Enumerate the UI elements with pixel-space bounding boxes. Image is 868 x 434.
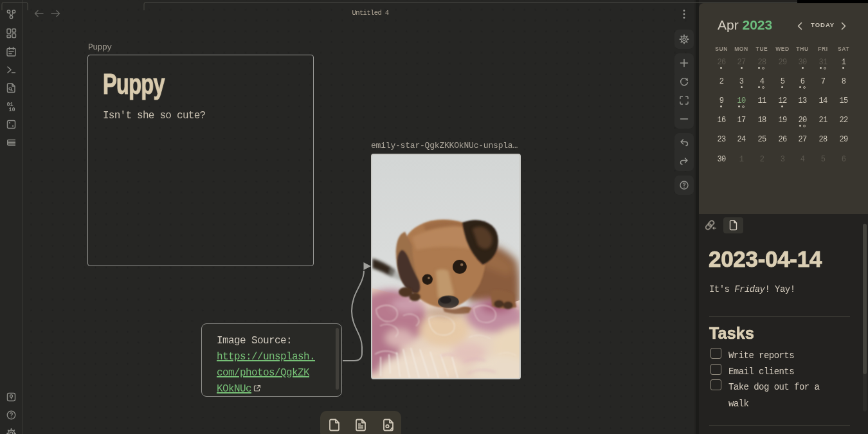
svg-text:10: 10 (9, 107, 15, 112)
